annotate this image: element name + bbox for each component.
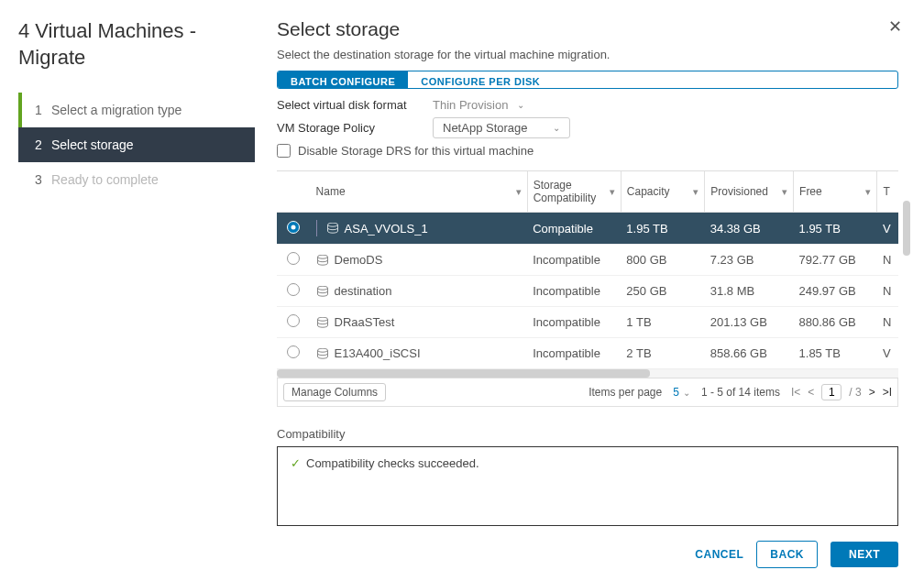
row-free: 1.95 TB — [794, 213, 877, 245]
filter-icon[interactable]: ▾ — [865, 186, 871, 198]
row-provisioned: 34.38 GB — [705, 213, 794, 245]
cancel-button[interactable]: CANCEL — [695, 548, 743, 561]
configure-per-disk-tab[interactable]: CONFIGURE PER DISK — [408, 71, 553, 88]
col-compat[interactable]: Storage Compatibility — [534, 179, 597, 204]
prev-page-icon[interactable]: < — [808, 386, 814, 399]
step-select-storage[interactable]: 2 Select storage — [18, 127, 255, 162]
row-name: destination — [335, 284, 392, 298]
vm-storage-policy-select[interactable]: NetApp Storage ⌄ — [433, 117, 570, 138]
table-row[interactable]: ASA_VVOLS_1Compatible1.95 TB34.38 GB1.95… — [277, 213, 898, 245]
filter-icon[interactable]: ▾ — [610, 186, 615, 198]
main-panel: ✕ Select storage Select the destination … — [255, 0, 924, 581]
compatibility-label: Compatibility — [277, 427, 898, 441]
row-name: ASA_VVOLS_1 — [345, 222, 428, 236]
svg-point-2 — [317, 286, 327, 290]
vm-storage-policy-label: VM Storage Policy — [277, 121, 433, 135]
items-range-label: 1 - 5 of 14 items — [701, 386, 780, 399]
step-label: Ready to complete — [51, 172, 159, 187]
col-free[interactable]: Free — [799, 185, 822, 198]
row-radio[interactable] — [287, 345, 300, 358]
chevron-down-icon: ⌄ — [553, 123, 560, 133]
page-total-label: / 3 — [849, 386, 861, 399]
row-name: DemoDS — [335, 253, 383, 267]
step-number: 3 — [35, 172, 51, 187]
row-radio[interactable] — [287, 221, 300, 234]
horizontal-scrollbar[interactable] — [277, 368, 898, 378]
disable-drs-checkbox[interactable] — [277, 144, 291, 158]
row-provisioned: 858.66 GB — [705, 338, 794, 369]
row-free: 880.86 GB — [794, 307, 877, 338]
first-page-icon[interactable]: I< — [791, 386, 800, 399]
row-capacity: 250 GB — [621, 276, 704, 307]
batch-configure-tab[interactable]: BATCH CONFIGURE — [278, 71, 408, 88]
row-free: 792.77 GB — [794, 245, 877, 276]
back-button[interactable]: BACK — [756, 541, 818, 568]
table-row[interactable]: destinationIncompatible250 GB31.8 MB249.… — [277, 276, 898, 307]
step-number: 1 — [35, 103, 51, 117]
svg-point-1 — [317, 255, 327, 258]
table-row[interactable]: E13A400_iSCSIIncompatible2 TB858.66 GB1.… — [277, 338, 898, 369]
chevron-down-icon: ⌄ — [683, 388, 690, 398]
col-truncated: T — [883, 185, 889, 198]
row-tail: N — [877, 245, 898, 276]
row-compat: Incompatible — [527, 338, 621, 369]
row-provisioned: 7.23 GB — [705, 245, 794, 276]
row-capacity: 1 TB — [621, 307, 704, 338]
col-name[interactable]: Name — [316, 185, 346, 198]
step-select-migration-type[interactable]: 1 Select a migration type — [18, 93, 255, 127]
row-tail: N — [877, 307, 898, 338]
datastore-icon — [326, 223, 339, 234]
vertical-scrollbar[interactable] — [903, 201, 910, 256]
close-icon[interactable]: ✕ — [888, 16, 902, 37]
filter-icon[interactable]: ▾ — [516, 186, 522, 198]
compatibility-message: Compatibility checks succeeded. — [306, 456, 479, 470]
datastore-icon — [316, 286, 329, 297]
configure-mode-toggle: BATCH CONFIGURE CONFIGURE PER DISK — [277, 71, 898, 89]
items-per-page-label: Items per page — [588, 386, 662, 399]
row-free: 249.97 GB — [794, 276, 877, 307]
disk-format-value: Thin Provision — [433, 98, 508, 112]
chevron-down-icon: ⌄ — [517, 100, 524, 110]
row-free: 1.85 TB — [794, 338, 877, 369]
row-capacity: 2 TB — [621, 338, 704, 369]
next-button[interactable]: NEXT — [830, 542, 898, 567]
page-title: Select storage — [277, 18, 898, 40]
svg-point-4 — [317, 348, 327, 352]
col-capacity[interactable]: Capacity — [627, 185, 670, 198]
row-radio[interactable] — [287, 283, 300, 296]
table-row[interactable]: DemoDSIncompatible800 GB7.23 GB792.77 GB… — [277, 245, 898, 276]
disk-format-select[interactable]: Thin Provision ⌄ — [433, 98, 524, 112]
datastore-icon — [316, 348, 329, 359]
row-name: DRaaSTest — [335, 315, 395, 329]
row-compat: Incompatible — [527, 276, 621, 307]
last-page-icon[interactable]: >I — [883, 386, 892, 399]
page-input[interactable] — [821, 384, 842, 400]
wizard-sidebar: 4 Virtual Machines - Migrate 1 Select a … — [0, 0, 255, 581]
filter-icon[interactable]: ▾ — [782, 186, 787, 198]
row-tail: N — [877, 276, 898, 307]
disk-format-label: Select virtual disk format — [277, 98, 433, 112]
compatibility-panel: ✓Compatibility checks succeeded. — [277, 446, 898, 526]
row-compat: Incompatible — [527, 245, 621, 276]
row-radio[interactable] — [287, 252, 300, 265]
disable-drs-checkbox-row[interactable]: Disable Storage DRS for this virtual mac… — [277, 144, 898, 158]
row-compat: Compatible — [527, 213, 621, 245]
items-per-page-select[interactable]: 5 ⌄ — [673, 386, 690, 399]
row-capacity: 800 GB — [621, 245, 704, 276]
manage-columns-button[interactable]: Manage Columns — [283, 383, 386, 401]
step-ready-to-complete[interactable]: 3 Ready to complete — [18, 162, 255, 197]
row-radio[interactable] — [287, 314, 300, 327]
table-row[interactable]: DRaaSTestIncompatible1 TB201.13 GB880.86… — [277, 307, 898, 338]
datastore-table: Name▾ Storage Compatibility▾ Capacity▾ P… — [277, 170, 898, 378]
step-label: Select storage — [51, 137, 134, 152]
step-label: Select a migration type — [51, 103, 182, 117]
row-provisioned: 31.8 MB — [705, 276, 794, 307]
filter-icon[interactable]: ▾ — [693, 186, 698, 198]
next-page-icon[interactable]: > — [869, 386, 875, 399]
row-provisioned: 201.13 GB — [705, 307, 794, 338]
row-tail: V — [877, 338, 898, 369]
check-icon: ✓ — [291, 456, 301, 470]
col-provisioned[interactable]: Provisioned — [710, 185, 768, 198]
datastore-icon — [316, 317, 329, 328]
wizard-footer: CANCEL BACK NEXT — [277, 541, 898, 568]
